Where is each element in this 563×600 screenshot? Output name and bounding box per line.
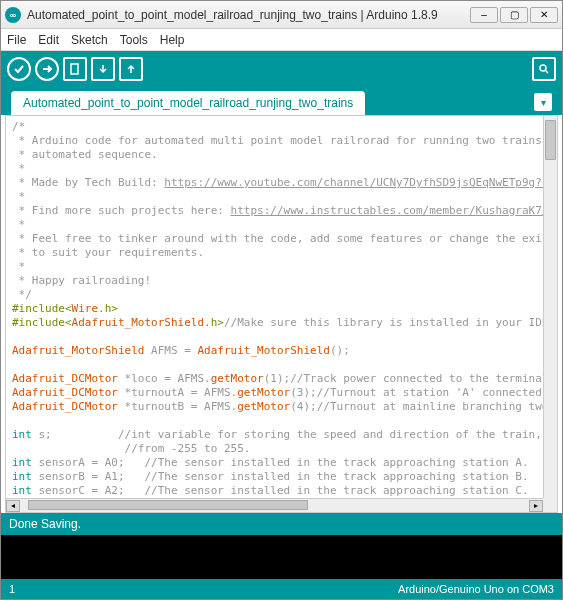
window-buttons: – ▢ ✕ xyxy=(470,7,558,23)
menu-tools[interactable]: Tools xyxy=(120,33,148,47)
board-info: Arduino/Genuino Uno on COM3 xyxy=(398,583,554,595)
footer-bar: 1 Arduino/Genuino Uno on COM3 xyxy=(1,579,562,599)
status-bar: Done Saving. xyxy=(1,513,562,535)
menu-file[interactable]: File xyxy=(7,33,26,47)
hscroll-left-button[interactable]: ◂ xyxy=(6,500,20,512)
upload-button[interactable] xyxy=(35,57,59,81)
youtube-link[interactable]: https://www.youtube.com/channel/UCNy7Dyf… xyxy=(164,176,557,189)
console-output[interactable] xyxy=(1,535,562,579)
arduino-ide-window: ∞ Automated_point_to_point_model_railroa… xyxy=(0,0,563,600)
maximize-button[interactable]: ▢ xyxy=(500,7,528,23)
open-button[interactable] xyxy=(91,57,115,81)
code-editor[interactable]: /* * Arduino code for automated multi po… xyxy=(6,116,557,512)
horizontal-scrollbar[interactable]: ◂ ▸ xyxy=(6,498,543,512)
svg-rect-0 xyxy=(71,64,78,74)
minimize-button[interactable]: – xyxy=(470,7,498,23)
menu-sketch[interactable]: Sketch xyxy=(71,33,108,47)
verify-button[interactable] xyxy=(7,57,31,81)
tabbar: Automated_point_to_point_model_railroad_… xyxy=(1,87,562,115)
editor-area: /* * Arduino code for automated multi po… xyxy=(5,115,558,513)
scroll-corner xyxy=(543,498,557,512)
hscroll-right-button[interactable]: ▸ xyxy=(529,500,543,512)
menu-edit[interactable]: Edit xyxy=(38,33,59,47)
menu-help[interactable]: Help xyxy=(160,33,185,47)
save-button[interactable] xyxy=(119,57,143,81)
vscroll-thumb[interactable] xyxy=(545,120,556,160)
new-button[interactable] xyxy=(63,57,87,81)
close-button[interactable]: ✕ xyxy=(530,7,558,23)
toolbar xyxy=(1,51,562,87)
instructables-link[interactable]: https://www.instructables.com/member/Kus… xyxy=(231,204,549,217)
tab-menu-button[interactable]: ▾ xyxy=(534,93,552,111)
vertical-scrollbar[interactable] xyxy=(543,116,557,498)
menubar: File Edit Sketch Tools Help xyxy=(1,29,562,51)
serial-monitor-button[interactable] xyxy=(532,57,556,81)
tab-sketch[interactable]: Automated_point_to_point_model_railroad_… xyxy=(11,91,365,115)
svg-point-1 xyxy=(540,65,546,71)
status-message: Done Saving. xyxy=(9,517,81,531)
window-title: Automated_point_to_point_model_railroad_… xyxy=(27,8,470,22)
arduino-logo-icon: ∞ xyxy=(5,7,21,23)
hscroll-thumb[interactable] xyxy=(28,500,308,510)
titlebar: ∞ Automated_point_to_point_model_railroa… xyxy=(1,1,562,29)
line-number: 1 xyxy=(9,583,15,595)
